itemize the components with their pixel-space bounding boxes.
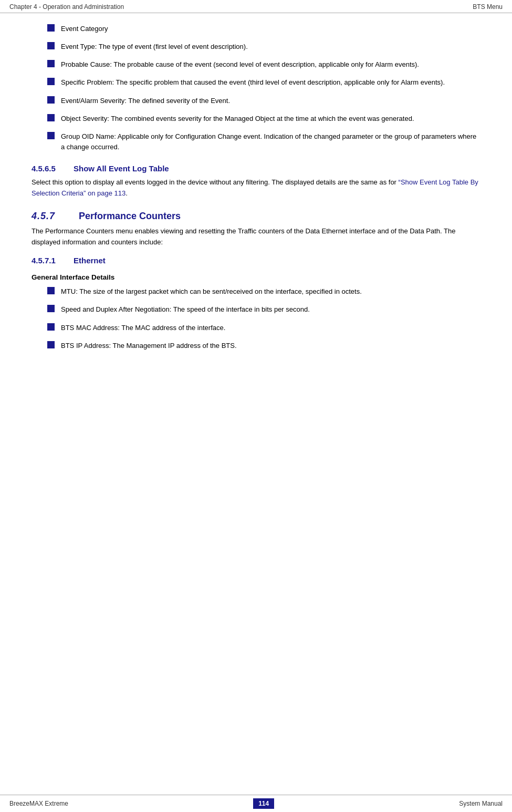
footer-right: System Manual bbox=[459, 800, 503, 807]
section-4571-number: 4.5.7.1 bbox=[32, 256, 74, 265]
list-item: Specific Problem: The specific problem t… bbox=[32, 77, 480, 88]
list-item: Object Severity: The combined events sev… bbox=[32, 114, 480, 124]
bullet-icon bbox=[47, 323, 55, 331]
list-item: Event Category bbox=[32, 24, 480, 34]
bullet-text: Event Type: The type of event (first lev… bbox=[61, 42, 248, 52]
section-4565-title: Show All Event Log Table bbox=[74, 164, 169, 173]
bullet-text: Specific Problem: The specific problem t… bbox=[61, 77, 445, 88]
header-left: Chapter 4 - Operation and Administration bbox=[9, 3, 124, 11]
section-4565-body-after: . bbox=[126, 189, 128, 197]
section-4565-number: 4.5.6.5 bbox=[32, 164, 74, 173]
footer-left: BreezeMAX Extreme bbox=[9, 800, 68, 807]
bullet-text: Group OID Name: Applicable only for Conf… bbox=[61, 131, 480, 152]
bullet-icon bbox=[47, 24, 55, 32]
bullet-icon bbox=[47, 132, 55, 139]
section-457-body: The Performance Counters menu enables vi… bbox=[32, 226, 480, 248]
bullet-text: Object Severity: The combined events sev… bbox=[61, 114, 414, 124]
page-container: Chapter 4 - Operation and Administration… bbox=[0, 0, 512, 812]
bullet-icon bbox=[47, 341, 55, 348]
ethernet-bullet-list: MTU: The size of the largest packet whic… bbox=[32, 286, 480, 351]
page-header: Chapter 4 - Operation and Administration… bbox=[0, 0, 512, 13]
list-item: Probable Cause: The probable cause of th… bbox=[32, 59, 480, 70]
bullet-icon bbox=[47, 42, 55, 49]
header-right: BTS Menu bbox=[473, 3, 503, 11]
bullet-icon bbox=[47, 287, 55, 294]
section-4565-body: Select this option to display all events… bbox=[32, 177, 480, 199]
page-footer: BreezeMAX Extreme 114 System Manual bbox=[0, 795, 512, 812]
general-interface-details-heading: General Interface Details bbox=[32, 273, 480, 281]
footer-page-number: 114 bbox=[253, 798, 274, 809]
section-4571-title: Ethernet bbox=[74, 256, 106, 265]
bullet-text: Event Category bbox=[61, 24, 108, 34]
bullet-icon bbox=[47, 114, 55, 121]
list-item: BTS IP Address: The Management IP addres… bbox=[32, 341, 480, 351]
bullet-text: Event/Alarm Severity: The defined severi… bbox=[61, 96, 230, 106]
list-item: MTU: The size of the largest packet whic… bbox=[32, 286, 480, 297]
section-4565-body-before: Select this option to display all events… bbox=[32, 178, 399, 186]
section-457-title: Performance Counters bbox=[79, 211, 181, 222]
bullet-text: MTU: The size of the largest packet whic… bbox=[61, 286, 362, 297]
section-4565-heading: 4.5.6.5 Show All Event Log Table bbox=[32, 164, 480, 173]
section-4571-heading: 4.5.7.1 Ethernet bbox=[32, 256, 480, 265]
list-item: Event/Alarm Severity: The defined severi… bbox=[32, 96, 480, 106]
main-content: Event Category Event Type: The type of e… bbox=[0, 13, 512, 795]
top-bullet-list: Event Category Event Type: The type of e… bbox=[32, 24, 480, 152]
list-item: Speed and Duplex After Negotiation: The … bbox=[32, 304, 480, 315]
list-item: BTS MAC Address: The MAC address of the … bbox=[32, 323, 480, 333]
bullet-icon bbox=[47, 96, 55, 104]
list-item: Event Type: The type of event (first lev… bbox=[32, 42, 480, 52]
bullet-text: BTS IP Address: The Management IP addres… bbox=[61, 341, 237, 351]
section-457-heading: 4.5.7 Performance Counters bbox=[32, 211, 480, 222]
section-457-number: 4.5.7 bbox=[32, 211, 79, 222]
bullet-icon bbox=[47, 60, 55, 67]
bullet-text: BTS MAC Address: The MAC address of the … bbox=[61, 323, 225, 333]
bullet-icon bbox=[47, 78, 55, 85]
list-item: Group OID Name: Applicable only for Conf… bbox=[32, 131, 480, 152]
bullet-icon bbox=[47, 305, 55, 312]
bullet-text: Speed and Duplex After Negotiation: The … bbox=[61, 304, 310, 315]
bullet-text: Probable Cause: The probable cause of th… bbox=[61, 59, 419, 70]
